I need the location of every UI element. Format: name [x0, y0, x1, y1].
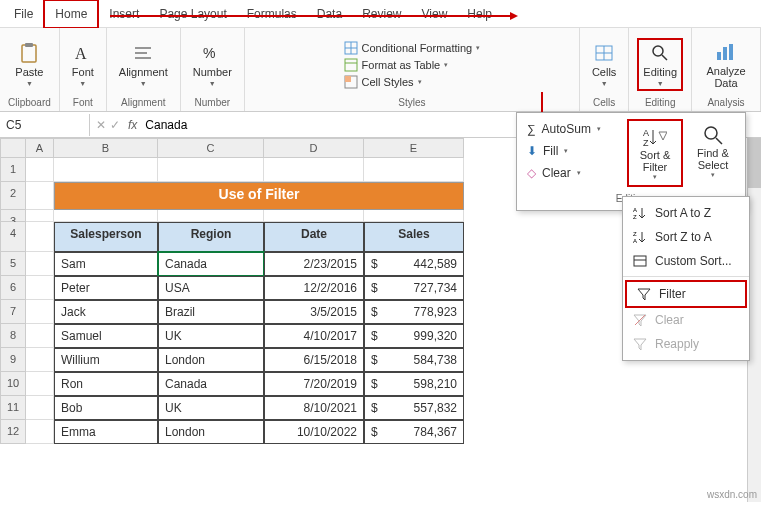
sort-filter-button[interactable]: AZSort & Filter▾ [627, 119, 683, 187]
cell-sales[interactable]: $557,832 [364, 396, 464, 420]
fx-enter-icon[interactable]: ✓ [110, 118, 120, 132]
cell-date[interactable]: 3/5/2015 [264, 300, 364, 324]
cell-salesperson[interactable]: Sam [54, 252, 158, 276]
row-header[interactable]: 6 [0, 276, 26, 300]
tab-view[interactable]: View [412, 1, 458, 27]
title-banner[interactable]: Use of Filter [54, 182, 464, 210]
row-header[interactable]: 12 [0, 420, 26, 444]
cell-date[interactable]: 6/15/2018 [264, 348, 364, 372]
cell[interactable] [26, 324, 54, 348]
cell-sales[interactable]: $778,923 [364, 300, 464, 324]
cell[interactable] [54, 158, 158, 182]
cell-date[interactable]: 12/2/2016 [264, 276, 364, 300]
row-header[interactable]: 4 [0, 222, 26, 252]
cell-salesperson[interactable]: Ron [54, 372, 158, 396]
clear-item[interactable]: ◇Clear ▾ [523, 163, 623, 183]
cell[interactable] [158, 210, 264, 222]
col-header-b[interactable]: B [54, 138, 158, 158]
th-sales[interactable]: Sales [364, 222, 464, 252]
tab-review[interactable]: Review [352, 1, 411, 27]
cell-date[interactable]: 7/20/2019 [264, 372, 364, 396]
cell-styles-button[interactable]: Cell Styles▾ [342, 74, 483, 90]
cell-salesperson[interactable]: Jack [54, 300, 158, 324]
tab-formulas[interactable]: Formulas [237, 1, 307, 27]
col-header-e[interactable]: E [364, 138, 464, 158]
filter-item[interactable]: Filter [625, 280, 747, 308]
cell[interactable] [26, 276, 54, 300]
col-header-a[interactable]: A [26, 138, 54, 158]
analyze-data-button[interactable]: Analyze Data [700, 39, 752, 91]
cell-sales[interactable]: $784,367 [364, 420, 464, 444]
cell-salesperson[interactable]: Samuel [54, 324, 158, 348]
cell[interactable] [26, 396, 54, 420]
autosum-item[interactable]: ∑AutoSum ▾ [523, 119, 623, 139]
cell-sales[interactable]: $999,320 [364, 324, 464, 348]
cell[interactable] [26, 222, 54, 252]
row-header[interactable]: 11 [0, 396, 26, 420]
cell-region[interactable]: Brazil [158, 300, 264, 324]
name-box[interactable]: C5 [0, 114, 90, 136]
cell[interactable] [264, 210, 364, 222]
cell[interactable] [264, 158, 364, 182]
cell[interactable] [158, 158, 264, 182]
cell-region[interactable]: UK [158, 396, 264, 420]
cell-region[interactable]: London [158, 420, 264, 444]
cell[interactable] [26, 300, 54, 324]
cell-salesperson[interactable]: Willium [54, 348, 158, 372]
editing-button[interactable]: Editing▼ [637, 38, 683, 91]
cell-region[interactable]: Canada [158, 252, 264, 276]
scrollbar-thumb[interactable] [748, 138, 761, 188]
cell[interactable] [364, 210, 464, 222]
cell-date[interactable]: 10/10/2022 [264, 420, 364, 444]
tab-data[interactable]: Data [307, 1, 352, 27]
cell[interactable] [26, 420, 54, 444]
cell-region[interactable]: UK [158, 324, 264, 348]
row-header[interactable]: 10 [0, 372, 26, 396]
font-button[interactable]: AFont▼ [68, 40, 98, 89]
cell-salesperson[interactable]: Bob [54, 396, 158, 420]
cell-date[interactable]: 4/10/2017 [264, 324, 364, 348]
cell-sales[interactable]: $442,589 [364, 252, 464, 276]
tab-insert[interactable]: Insert [99, 1, 149, 27]
fx-icon[interactable]: fx [124, 118, 141, 132]
cell[interactable] [26, 372, 54, 396]
sort-za-item[interactable]: ZASort Z to A [623, 225, 749, 249]
fx-cancel-icon[interactable]: ✕ [96, 118, 106, 132]
row-header[interactable]: 7 [0, 300, 26, 324]
fill-item[interactable]: ⬇Fill ▾ [523, 141, 623, 161]
cell-sales[interactable]: $598,210 [364, 372, 464, 396]
tab-home[interactable]: Home [43, 0, 99, 29]
alignment-button[interactable]: Alignment▼ [115, 40, 172, 89]
cell-sales[interactable]: $584,738 [364, 348, 464, 372]
row-header[interactable]: 3 [0, 210, 26, 222]
cell[interactable] [26, 210, 54, 222]
cell-date[interactable]: 8/10/2021 [264, 396, 364, 420]
col-header-c[interactable]: C [158, 138, 264, 158]
row-header[interactable]: 9 [0, 348, 26, 372]
row-header[interactable]: 8 [0, 324, 26, 348]
cell[interactable] [26, 252, 54, 276]
paste-button[interactable]: Paste▼ [11, 40, 47, 89]
row-header[interactable]: 1 [0, 158, 26, 182]
cell-region[interactable]: USA [158, 276, 264, 300]
conditional-formatting-button[interactable]: Conditional Formatting▾ [342, 40, 483, 56]
cell[interactable] [54, 210, 158, 222]
cell-date[interactable]: 2/23/2015 [264, 252, 364, 276]
cell[interactable] [26, 158, 54, 182]
cell-salesperson[interactable]: Emma [54, 420, 158, 444]
tab-file[interactable]: File [4, 1, 43, 27]
format-as-table-button[interactable]: Format as Table▾ [342, 57, 483, 73]
sort-az-item[interactable]: AZSort A to Z [623, 201, 749, 225]
cell-region[interactable]: London [158, 348, 264, 372]
custom-sort-item[interactable]: Custom Sort... [623, 249, 749, 273]
row-header[interactable]: 2 [0, 182, 26, 210]
cell-region[interactable]: Canada [158, 372, 264, 396]
cell-sales[interactable]: $727,734 [364, 276, 464, 300]
row-header[interactable]: 5 [0, 252, 26, 276]
select-all-corner[interactable] [0, 138, 26, 158]
th-date[interactable]: Date [264, 222, 364, 252]
th-region[interactable]: Region [158, 222, 264, 252]
tab-pagelayout[interactable]: Page Layout [149, 1, 236, 27]
col-header-d[interactable]: D [264, 138, 364, 158]
cell[interactable] [364, 158, 464, 182]
